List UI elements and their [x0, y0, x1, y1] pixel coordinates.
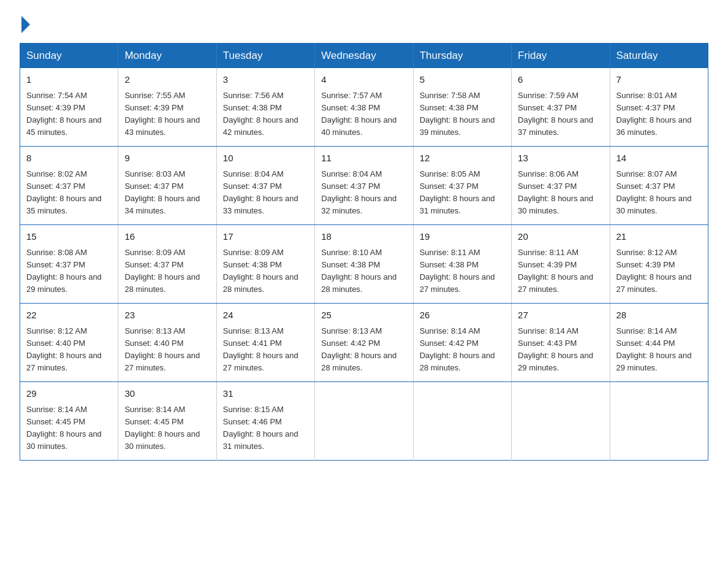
- column-header-sunday: Sunday: [20, 44, 118, 69]
- day-info: Sunrise: 8:12 AMSunset: 4:40 PMDaylight:…: [26, 326, 102, 372]
- day-number: 6: [518, 73, 603, 87]
- calendar-cell: 13 Sunrise: 8:06 AMSunset: 4:37 PMDaylig…: [512, 147, 610, 225]
- calendar-cell: 11 Sunrise: 8:04 AMSunset: 4:37 PMDaylig…: [315, 147, 413, 225]
- calendar-cell: 10 Sunrise: 8:04 AMSunset: 4:37 PMDaylig…: [216, 147, 314, 225]
- calendar-cell: 28 Sunrise: 8:14 AMSunset: 4:44 PMDaylig…: [610, 304, 708, 382]
- page-header: [20, 15, 708, 31]
- day-info: Sunrise: 8:01 AMSunset: 4:37 PMDaylight:…: [616, 91, 692, 137]
- column-header-friday: Friday: [512, 44, 610, 69]
- calendar-week-row: 8 Sunrise: 8:02 AMSunset: 4:37 PMDayligh…: [20, 147, 708, 225]
- day-number: 4: [321, 73, 406, 87]
- calendar-cell: 19 Sunrise: 8:11 AMSunset: 4:38 PMDaylig…: [413, 225, 511, 304]
- calendar-cell: 26 Sunrise: 8:14 AMSunset: 4:42 PMDaylig…: [413, 304, 511, 382]
- day-info: Sunrise: 8:04 AMSunset: 4:37 PMDaylight:…: [223, 169, 298, 215]
- day-info: Sunrise: 8:06 AMSunset: 4:37 PMDaylight:…: [518, 169, 593, 215]
- calendar-cell: 23 Sunrise: 8:13 AMSunset: 4:40 PMDaylig…: [118, 304, 216, 382]
- calendar-week-row: 15 Sunrise: 8:08 AMSunset: 4:37 PMDaylig…: [20, 225, 708, 304]
- day-info: Sunrise: 7:57 AMSunset: 4:38 PMDaylight:…: [321, 91, 396, 137]
- calendar-cell: 17 Sunrise: 8:09 AMSunset: 4:38 PMDaylig…: [216, 225, 314, 304]
- calendar-cell: 1 Sunrise: 7:54 AMSunset: 4:39 PMDayligh…: [20, 68, 118, 147]
- day-number: 9: [124, 151, 210, 166]
- calendar-cell: 12 Sunrise: 8:05 AMSunset: 4:37 PMDaylig…: [413, 147, 511, 225]
- calendar-cell: 6 Sunrise: 7:59 AMSunset: 4:37 PMDayligh…: [512, 68, 610, 147]
- day-number: 12: [420, 151, 505, 166]
- day-number: 27: [518, 308, 603, 323]
- day-info: Sunrise: 8:13 AMSunset: 4:41 PMDaylight:…: [223, 326, 298, 372]
- day-info: Sunrise: 8:15 AMSunset: 4:46 PMDaylight:…: [223, 405, 298, 451]
- day-number: 18: [321, 230, 406, 244]
- calendar-cell: [512, 382, 610, 461]
- day-info: Sunrise: 7:59 AMSunset: 4:37 PMDaylight:…: [518, 91, 593, 137]
- day-number: 15: [26, 230, 112, 244]
- day-info: Sunrise: 8:11 AMSunset: 4:39 PMDaylight:…: [518, 248, 593, 294]
- day-number: 2: [124, 73, 210, 87]
- logo-triangle-icon: [21, 16, 30, 33]
- day-info: Sunrise: 8:13 AMSunset: 4:40 PMDaylight:…: [124, 326, 200, 372]
- calendar-cell: 24 Sunrise: 8:13 AMSunset: 4:41 PMDaylig…: [216, 304, 314, 382]
- day-number: 11: [321, 151, 406, 166]
- day-info: Sunrise: 7:55 AMSunset: 4:39 PMDaylight:…: [124, 91, 200, 137]
- day-info: Sunrise: 7:58 AMSunset: 4:38 PMDaylight:…: [420, 91, 495, 137]
- day-info: Sunrise: 7:54 AMSunset: 4:39 PMDaylight:…: [26, 91, 102, 137]
- day-info: Sunrise: 8:03 AMSunset: 4:37 PMDaylight:…: [124, 169, 200, 215]
- day-number: 7: [616, 73, 702, 87]
- day-number: 29: [26, 387, 112, 401]
- day-number: 24: [223, 308, 308, 323]
- day-number: 20: [518, 230, 603, 244]
- calendar-cell: [413, 382, 511, 461]
- calendar-cell: 2 Sunrise: 7:55 AMSunset: 4:39 PMDayligh…: [118, 68, 216, 147]
- day-info: Sunrise: 8:12 AMSunset: 4:39 PMDaylight:…: [616, 248, 692, 294]
- column-header-thursday: Thursday: [413, 44, 511, 69]
- day-info: Sunrise: 8:14 AMSunset: 4:43 PMDaylight:…: [518, 326, 593, 372]
- calendar-cell: 16 Sunrise: 8:09 AMSunset: 4:37 PMDaylig…: [118, 225, 216, 304]
- calendar-cell: 20 Sunrise: 8:11 AMSunset: 4:39 PMDaylig…: [512, 225, 610, 304]
- calendar-cell: [610, 382, 708, 461]
- calendar-cell: 7 Sunrise: 8:01 AMSunset: 4:37 PMDayligh…: [610, 68, 708, 147]
- day-info: Sunrise: 8:13 AMSunset: 4:42 PMDaylight:…: [321, 326, 396, 372]
- day-number: 31: [223, 387, 308, 401]
- day-number: 13: [518, 151, 603, 166]
- day-info: Sunrise: 8:07 AMSunset: 4:37 PMDaylight:…: [616, 169, 692, 215]
- column-header-monday: Monday: [118, 44, 216, 69]
- calendar-cell: 31 Sunrise: 8:15 AMSunset: 4:46 PMDaylig…: [216, 382, 314, 461]
- day-number: 23: [124, 308, 210, 323]
- calendar-cell: 27 Sunrise: 8:14 AMSunset: 4:43 PMDaylig…: [512, 304, 610, 382]
- calendar-header-row: SundayMondayTuesdayWednesdayThursdayFrid…: [20, 44, 708, 69]
- column-header-saturday: Saturday: [610, 44, 708, 69]
- day-info: Sunrise: 8:14 AMSunset: 4:45 PMDaylight:…: [124, 405, 200, 451]
- calendar-cell: 14 Sunrise: 8:07 AMSunset: 4:37 PMDaylig…: [610, 147, 708, 225]
- calendar-table: SundayMondayTuesdayWednesdayThursdayFrid…: [20, 43, 708, 461]
- calendar-cell: 5 Sunrise: 7:58 AMSunset: 4:38 PMDayligh…: [413, 68, 511, 147]
- calendar-week-row: 29 Sunrise: 8:14 AMSunset: 4:45 PMDaylig…: [20, 382, 708, 461]
- calendar-cell: 30 Sunrise: 8:14 AMSunset: 4:45 PMDaylig…: [118, 382, 216, 461]
- day-number: 30: [124, 387, 210, 401]
- day-number: 8: [26, 151, 112, 166]
- calendar-cell: 4 Sunrise: 7:57 AMSunset: 4:38 PMDayligh…: [315, 68, 413, 147]
- day-number: 17: [223, 230, 308, 244]
- calendar-cell: 21 Sunrise: 8:12 AMSunset: 4:39 PMDaylig…: [610, 225, 708, 304]
- day-info: Sunrise: 7:56 AMSunset: 4:38 PMDaylight:…: [223, 91, 298, 137]
- calendar-cell: 29 Sunrise: 8:14 AMSunset: 4:45 PMDaylig…: [20, 382, 118, 461]
- logo: [20, 15, 30, 31]
- day-info: Sunrise: 8:14 AMSunset: 4:42 PMDaylight:…: [420, 326, 495, 372]
- calendar-cell: 15 Sunrise: 8:08 AMSunset: 4:37 PMDaylig…: [20, 225, 118, 304]
- day-number: 3: [223, 73, 308, 87]
- day-number: 16: [124, 230, 210, 244]
- day-info: Sunrise: 8:14 AMSunset: 4:44 PMDaylight:…: [616, 326, 692, 372]
- day-number: 14: [616, 151, 702, 166]
- day-number: 21: [616, 230, 702, 244]
- day-number: 22: [26, 308, 112, 323]
- day-info: Sunrise: 8:09 AMSunset: 4:38 PMDaylight:…: [223, 248, 298, 294]
- day-info: Sunrise: 8:04 AMSunset: 4:37 PMDaylight:…: [321, 169, 396, 215]
- calendar-cell: 3 Sunrise: 7:56 AMSunset: 4:38 PMDayligh…: [216, 68, 314, 147]
- day-info: Sunrise: 8:05 AMSunset: 4:37 PMDaylight:…: [420, 169, 495, 215]
- column-header-wednesday: Wednesday: [315, 44, 413, 69]
- day-info: Sunrise: 8:10 AMSunset: 4:38 PMDaylight:…: [321, 248, 396, 294]
- day-number: 26: [420, 308, 505, 323]
- day-number: 25: [321, 308, 406, 323]
- day-number: 10: [223, 151, 308, 166]
- calendar-cell: 22 Sunrise: 8:12 AMSunset: 4:40 PMDaylig…: [20, 304, 118, 382]
- calendar-cell: [315, 382, 413, 461]
- day-info: Sunrise: 8:11 AMSunset: 4:38 PMDaylight:…: [420, 248, 495, 294]
- calendar-cell: 8 Sunrise: 8:02 AMSunset: 4:37 PMDayligh…: [20, 147, 118, 225]
